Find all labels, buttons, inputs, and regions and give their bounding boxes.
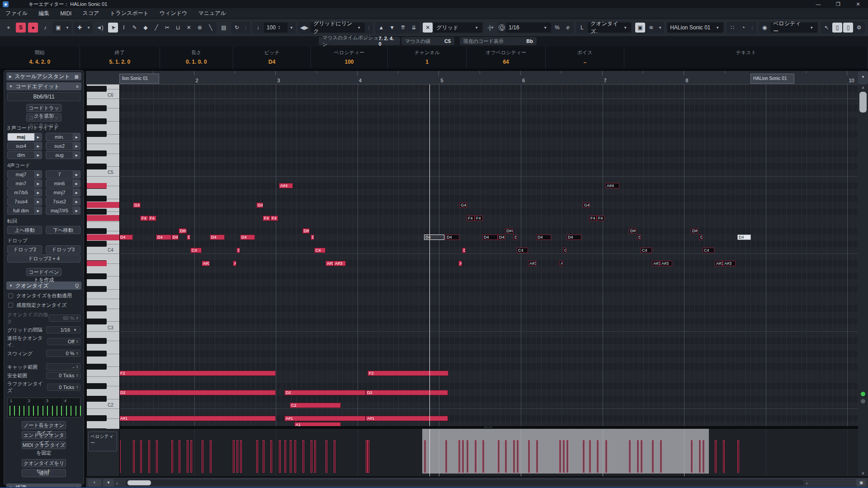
section-scale-assistant[interactable]: ▶ スケールアシスタント ▦ <box>6 72 81 80</box>
autoscroll-icon[interactable]: ▣ <box>53 23 63 33</box>
timeline-ruler[interactable]: lion Sonic 01 HALion Sonic 01 234567810 <box>86 71 858 84</box>
black-key-A#5[interactable] <box>87 105 107 111</box>
chord-play-icon[interactable]: ▶ <box>34 198 42 205</box>
quantize-preset-select[interactable]: 1/16 ▼ <box>506 23 551 33</box>
step-grid-icon[interactable]: ∷ <box>727 23 737 33</box>
midi-note-C4[interactable]: C4 <box>236 248 240 253</box>
midi-note-D2[interactable]: D2 <box>366 390 448 395</box>
velocity-bar[interactable] <box>256 440 258 473</box>
trim-tool[interactable]: ╱ <box>151 23 161 33</box>
info-column-6[interactable]: オフベロシティー64 <box>467 47 546 69</box>
button-適用[interactable]: 適用 <box>22 469 66 477</box>
midi-note-A#1[interactable]: A#1 <box>119 416 276 421</box>
midi-note-F2[interactable]: F2 <box>119 371 276 376</box>
scroll-down-icon[interactable]: ∨ <box>858 471 868 475</box>
drop-button-ドロップ2[interactable]: ドロップ2 <box>7 245 42 253</box>
show-left-zone-icon[interactable]: ▯ <box>832 23 842 33</box>
midi-note-F2[interactable]: F2 <box>368 371 448 376</box>
black-key-G#3[interactable] <box>87 273 107 279</box>
velocity-bar[interactable] <box>424 440 426 473</box>
event-colors-select[interactable]: ベロシティー ▼ <box>770 23 817 33</box>
velocity-bar[interactable] <box>279 440 281 473</box>
chord-button-full dim[interactable]: full dim▶ <box>7 206 42 215</box>
chord-play-icon[interactable]: ▶ <box>73 142 80 150</box>
midi-note-D4[interactable]: D4 <box>171 235 179 240</box>
section-chord-edit[interactable]: ▼ コードエディット ≡ <box>6 82 81 90</box>
velocity-bar[interactable] <box>629 440 631 473</box>
info-column-5[interactable]: チャンネル1 <box>388 47 467 69</box>
iterative-quantize-icon[interactable]: % <box>552 23 562 33</box>
button-クオンタイズをリセット[interactable]: クオンタイズをリセット <box>22 459 66 467</box>
quantize-row-field[interactable]: 0 Ticks▲▼ <box>46 372 80 379</box>
velocity-bar[interactable] <box>691 440 693 473</box>
velocity-bar[interactable] <box>240 440 242 473</box>
mute-tool[interactable]: ✕ <box>184 23 194 33</box>
chord-button-7sus2[interactable]: 7sus2▶ <box>46 197 80 206</box>
quantize-row-field[interactable]: -▲▼ <box>46 363 80 371</box>
section-quantize[interactable]: ▼ クオンタイズ Q <box>6 282 81 290</box>
dropdown-icon[interactable]: ▼ <box>72 328 78 332</box>
chord-play-icon[interactable]: ▶ <box>73 180 80 187</box>
snap-type-select[interactable]: グリッド ▼ <box>434 23 482 33</box>
info-column-7[interactable]: ボイス－ <box>546 47 625 69</box>
highlighted-key-D4[interactable] <box>87 235 119 240</box>
black-key-C#6[interactable] <box>87 86 107 92</box>
midi-note-A#3[interactable]: A#3 <box>458 261 462 266</box>
highlighted-key-F4[interactable] <box>87 215 119 221</box>
velocity-bar[interactable] <box>583 440 585 473</box>
spinner-icon[interactable]: ▲▼ <box>76 365 78 369</box>
pin-tool-icon[interactable]: ⌖ <box>4 23 14 33</box>
midi-note-D4[interactable]: D4 <box>210 235 225 240</box>
chord-button-aug[interactable]: aug▶ <box>46 151 80 159</box>
midi-note-A#3[interactable]: A#3 <box>559 261 563 266</box>
create-chord-event-button[interactable]: コードイベントを作成 <box>26 268 61 276</box>
quantize-row-field[interactable]: 60 %▲▼ <box>49 314 80 322</box>
black-key-D#5[interactable] <box>87 150 107 156</box>
midi-note-D4[interactable]: D4 <box>536 235 551 240</box>
midi-note-D2[interactable]: D2 <box>284 390 366 395</box>
black-key-D#4[interactable] <box>87 228 107 234</box>
link-pitch-icon[interactable]: ◀▶ <box>299 23 310 33</box>
midi-note-A#1[interactable]: A#1 <box>366 416 448 421</box>
spinner-icon[interactable]: ▲▼ <box>76 340 78 344</box>
midi-note-D4[interactable]: D4 <box>424 235 444 240</box>
velocity-bar[interactable] <box>179 440 180 473</box>
note-canvas[interactable]: F2D2A#1C2A1D2A#1F2D2A#1D4G4F4F4D4D4D#4D4… <box>119 84 858 429</box>
vertical-scroll-thumb[interactable] <box>859 92 867 113</box>
expand-icon[interactable]: ▼ <box>9 84 13 89</box>
chord-play-icon[interactable]: ▶ <box>34 133 42 141</box>
velocity-bar[interactable] <box>505 440 507 473</box>
add-lane-button[interactable]: + <box>88 479 101 487</box>
length-quantize-dropdown-icon[interactable]: ▼ <box>622 26 628 30</box>
velocity-bar[interactable] <box>513 440 515 473</box>
black-key-C#3[interactable] <box>87 319 107 324</box>
event-colors-icon[interactable]: ◉ <box>760 23 769 33</box>
velocity-bar[interactable] <box>482 440 484 473</box>
highlighted-black-key[interactable] <box>87 261 107 266</box>
info-column-3[interactable]: ピッチD4 <box>233 47 311 69</box>
velocity-bar[interactable] <box>637 440 639 473</box>
midi-note-D4[interactable]: D4 <box>187 235 190 240</box>
insert-velocity-field[interactable]: 100 ▲▼ <box>264 23 288 33</box>
midi-note-D#4[interactable]: D#4 <box>629 228 636 234</box>
velocity-bar[interactable] <box>290 440 292 473</box>
object-selection-tool[interactable]: ➤ <box>108 23 118 33</box>
erase-tool[interactable]: ◆ <box>141 23 151 33</box>
midi-note-D2[interactable]: D2 <box>119 390 276 395</box>
quantize-dropdown-icon[interactable]: ▼ <box>542 26 548 30</box>
midi-note-C4[interactable]: C4 <box>563 248 566 253</box>
chord-play-icon[interactable]: ▶ <box>34 180 42 187</box>
chord-button-7sus4[interactable]: 7sus4▶ <box>7 197 42 206</box>
active-part-select[interactable]: HALion Sonic 01 ▼ <box>667 23 723 33</box>
velocity-bar[interactable] <box>148 440 150 473</box>
menu-item-ウィンドウ[interactable]: ウィンドウ <box>160 9 187 17</box>
black-key-D#3[interactable] <box>87 305 107 311</box>
menu-item-スコア[interactable]: スコア <box>82 9 99 17</box>
part-select-dropdown-icon[interactable]: ▼ <box>714 26 721 30</box>
midi-note-D4[interactable]: D4 <box>156 235 171 240</box>
midi-note-D#4[interactable]: D#4 <box>691 228 698 234</box>
velocity-bar[interactable] <box>311 440 312 473</box>
chord-button-maj[interactable]: maj▶ <box>7 133 42 141</box>
velocity-dropdown-icon[interactable]: ▼ <box>288 26 295 30</box>
split-tool[interactable]: ✂ <box>162 23 172 33</box>
